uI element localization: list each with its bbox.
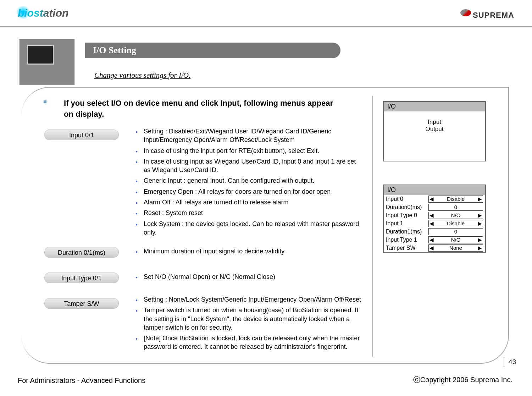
page-number: 43 bbox=[504, 357, 516, 367]
io-row-value[interactable]: 0 bbox=[428, 204, 483, 211]
io-row: Duration1(ms)0 bbox=[384, 227, 485, 236]
vertical-divider bbox=[372, 96, 373, 357]
arrow-left-icon[interactable]: ◀ bbox=[430, 212, 434, 219]
arrow-right-icon[interactable]: ▶ bbox=[478, 245, 482, 251]
page-title: I/O Setting bbox=[85, 43, 340, 58]
arrow-left-icon[interactable]: ◀ bbox=[430, 245, 434, 251]
suprema-logo: SUPREMA bbox=[460, 11, 514, 20]
io-row-value[interactable]: 0 bbox=[428, 228, 483, 235]
list-item: Minimum duration of input signal to deci… bbox=[135, 247, 362, 255]
io-row-value[interactable]: ◀Disable▶ bbox=[428, 220, 483, 227]
intro-bullet-icon bbox=[44, 100, 46, 103]
io-row-label: Input 0 bbox=[386, 196, 428, 202]
device-image bbox=[20, 39, 74, 85]
list-item: [Note] Once BioStation is locked, lock c… bbox=[135, 334, 362, 351]
io-row-label: Input Type 1 bbox=[386, 237, 428, 243]
pill-input-01: Input 0/1 bbox=[44, 130, 119, 140]
menu-item-output: Output bbox=[391, 126, 478, 133]
list-item: Setting : Disabled/Exit/Wiegand User ID/… bbox=[135, 127, 362, 144]
bullets-group-4: Setting : None/Lock System/Generic Input… bbox=[135, 295, 362, 353]
io-row: Input Type 1◀N/O▶ bbox=[384, 236, 485, 244]
list-item: In case of using the input port for RTE(… bbox=[135, 147, 362, 155]
io-row-label: Duration1(ms) bbox=[386, 229, 428, 235]
list-item: Setting : None/Lock System/Generic Input… bbox=[135, 295, 362, 304]
io-row-label: Input Type 0 bbox=[386, 212, 428, 219]
arrow-right-icon[interactable]: ▶ bbox=[478, 220, 482, 227]
io-row: Input 0◀Disable▶ bbox=[384, 195, 485, 203]
io-row-value[interactable]: ◀Disable▶ bbox=[428, 196, 483, 203]
io-row-value[interactable]: ◀N/O▶ bbox=[428, 212, 483, 219]
page-subtitle: Change various settings for I/O. bbox=[94, 71, 190, 80]
panel-header: I/O bbox=[384, 102, 485, 111]
menu-item-input: Input bbox=[391, 119, 478, 126]
biostation-logo: biostation bbox=[18, 7, 80, 24]
bullets-group-1: Setting : Disabled/Exit/Wiegand User ID/… bbox=[135, 127, 362, 239]
arrow-left-icon[interactable]: ◀ bbox=[430, 237, 434, 243]
io-row-value[interactable]: ◀N/O▶ bbox=[428, 236, 483, 243]
pill-duration: Duration 0/1(ms) bbox=[44, 247, 119, 258]
pill-input-type: Input Type 0/1 bbox=[44, 273, 119, 283]
intro-text: If you select I/O on device menu and cli… bbox=[64, 98, 333, 120]
list-item: Emergency Open : All relays for doors ar… bbox=[135, 187, 362, 196]
pill-tamper: Tamper S/W bbox=[44, 298, 119, 309]
panel-body: Input Output bbox=[384, 111, 485, 140]
io-row-value[interactable]: ◀None▶ bbox=[428, 244, 483, 252]
bullets-group-3: Set N/O (Normal Open) or N/C (Normal Clo… bbox=[135, 273, 362, 283]
panel-rows: Input 0◀Disable▶Duration0(ms)0Input Type… bbox=[384, 195, 485, 252]
footer-left: For Administrators - Advanced Functions bbox=[18, 376, 145, 385]
footer-right: ⓒCopyright 2006 Suprema Inc. bbox=[413, 375, 512, 385]
io-row: Input Type 0◀N/O▶ bbox=[384, 211, 485, 219]
panel-io-settings: I/O Input 0◀Disable▶Duration0(ms)0Input … bbox=[383, 185, 486, 253]
arrow-right-icon[interactable]: ▶ bbox=[478, 196, 482, 202]
arrow-left-icon[interactable]: ◀ bbox=[430, 196, 434, 202]
io-row: Duration0(ms)0 bbox=[384, 203, 485, 211]
io-row: Input 1◀Disable▶ bbox=[384, 219, 485, 227]
list-item: Lock System : the device gets locked. Ca… bbox=[135, 220, 362, 237]
list-item: Set N/O (Normal Open) or N/C (Normal Clo… bbox=[135, 273, 362, 281]
io-row-label: Duration0(ms) bbox=[386, 204, 428, 210]
header-bar: biostation SUPREMA bbox=[0, 5, 532, 27]
list-item: Tamper switch is turned on when a housin… bbox=[135, 306, 362, 332]
list-item: Reset : System reset bbox=[135, 209, 362, 217]
list-item: In case of using input as Wiegand User/C… bbox=[135, 157, 362, 175]
arrow-left-icon[interactable]: ◀ bbox=[430, 220, 434, 227]
panel-header: I/O bbox=[384, 185, 485, 195]
io-row-label: Tamper SW bbox=[386, 245, 428, 251]
panel-io-menu: I/O Input Output bbox=[383, 101, 486, 161]
list-item: Alarm Off : All relays are turned off to… bbox=[135, 198, 362, 207]
bullets-group-2: Minimum duration of input signal to deci… bbox=[135, 247, 362, 258]
io-row-label: Input 1 bbox=[386, 220, 428, 227]
arrow-right-icon[interactable]: ▶ bbox=[478, 237, 482, 243]
io-row: Tamper SW◀None▶ bbox=[384, 244, 485, 252]
list-item: Generic Input : general input. Can be co… bbox=[135, 176, 362, 185]
arrow-right-icon[interactable]: ▶ bbox=[478, 212, 482, 219]
